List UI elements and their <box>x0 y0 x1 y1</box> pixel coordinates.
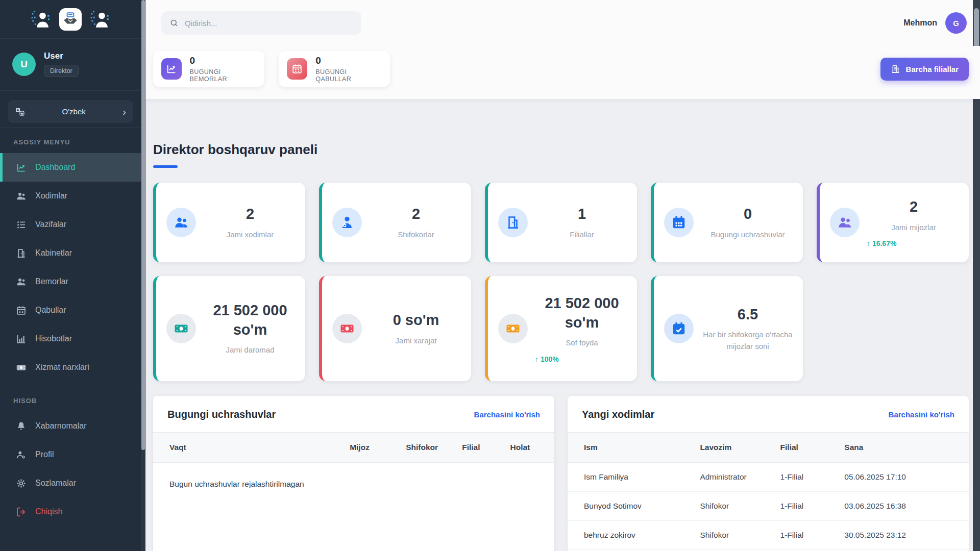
sidebar-section-title: ASOSIY MENYU <box>0 127 141 153</box>
stats-band: 0BUGUNGI BEMORLAR0BUGUNGI QABULLAR Barch… <box>145 46 980 99</box>
kpi-icon-wrap <box>498 208 528 237</box>
sidebar-item-hisobotlar[interactable]: Hisobotlar <box>0 324 141 353</box>
sidebar-item-label: Vazifalar <box>35 220 66 229</box>
sidebar-item-sozlamalar[interactable]: Sozlamalar <box>0 469 141 497</box>
search-input[interactable] <box>185 19 353 28</box>
language-selector[interactable]: A★ O'zbek › <box>8 100 133 123</box>
sidebar-item-bemorlar[interactable]: Bemorlar <box>0 267 141 296</box>
sidebar-item-label: Xabarnomalar <box>35 421 87 431</box>
table-cell: Ism Familiya <box>568 463 700 492</box>
kpi-trend: ↑ 16.67% <box>867 239 961 247</box>
stat-chip: 0BUGUNGI BEMORLAR <box>153 51 264 87</box>
column-header: Vaqt <box>153 433 350 463</box>
clinic-person-logo-icon <box>89 8 111 31</box>
sidebar-item-xizmat-narxlari[interactable]: Xizmat narxlari <box>0 353 141 382</box>
kpi-value: 0 so'm <box>369 311 463 330</box>
kpi-icon-wrap <box>830 208 860 237</box>
main-content: Mehmon G 0BUGUNGI BEMORLAR0BUGUNGI QABUL… <box>145 0 980 551</box>
sidebar-item-label: Xodimlar <box>35 191 67 201</box>
sidebar-item-qabullar[interactable]: Qabullar <box>0 296 141 324</box>
kpi-label: Bugungi uchrashuvlar <box>701 229 795 241</box>
user-role-badge: Direktor <box>44 65 79 77</box>
sidebar-item-xodimlar[interactable]: Xodimlar <box>0 182 141 210</box>
stat-chip-label: BUGUNGI QABULLAR <box>315 68 382 83</box>
search-box[interactable] <box>161 11 361 35</box>
sidebar-item-label: Qabullar <box>35 306 66 315</box>
sidebar-item-kabinetlar[interactable]: Kabinetlar <box>0 239 141 267</box>
handshake-logo-icon <box>59 8 82 31</box>
kpi-icon-wrap <box>664 314 694 343</box>
table-row: Bunyod SotimovShifokor1-Filial03.06.2025… <box>568 492 969 521</box>
kpi-card-bugungi-uchrashuvlar: 0Bugungi uchrashuvlar <box>651 183 803 262</box>
calendar-check-icon <box>671 321 687 336</box>
kpi-card-filiallar: 1Filiallar <box>485 183 637 262</box>
kpi-label: Jami xodimlar <box>203 229 297 241</box>
column-header: Shifokor <box>406 433 462 463</box>
kpi-icon-wrap <box>166 208 196 237</box>
kpi-value: 0 <box>701 205 795 224</box>
stat-chip-value: 0 <box>315 55 382 66</box>
svg-text:★: ★ <box>20 111 23 115</box>
money-icon <box>505 321 521 336</box>
all-branches-label: Barcha filiallar <box>906 65 959 73</box>
column-header: Lavozim <box>700 433 780 463</box>
column-header: Filial <box>462 433 510 463</box>
user-avatar: U <box>12 53 36 76</box>
kpi-row-1: 2Jami xodimlar2Shifokorlar1Filiallar0Bug… <box>153 183 969 262</box>
sidebar-item-xabarnomalar[interactable]: Xabarnomalar <box>0 412 141 440</box>
sidebar-item-label: Profil <box>35 450 54 459</box>
sidebar-item-label: Bemorlar <box>35 277 68 286</box>
stat-chip-icon-wrap <box>161 58 182 80</box>
employees-panel: Yangi xodimlar Barchasini ko'rish IsmLav… <box>568 396 969 551</box>
table-cell: behruz zokirov <box>568 521 700 550</box>
all-branches-button[interactable]: Barcha filiallar <box>880 58 969 81</box>
kpi-trend: ↑ 100% <box>535 355 629 363</box>
table-cell: 1-Filial <box>780 521 845 550</box>
table-cell: Shifokor <box>700 492 780 521</box>
appointments-header-row: VaqtMijozShifokorFilialHolat <box>153 433 554 463</box>
kpi-value: 21 502 000 so'm <box>535 294 629 332</box>
kpi-card-jami-xodimlar: 2Jami xodimlar <box>153 183 305 262</box>
kpi-label: Shifokorlar <box>369 229 463 241</box>
kpi-label: Jami mijozlar <box>867 222 961 234</box>
money-icon <box>174 321 189 336</box>
sidebar-scrollbar[interactable] <box>141 0 145 551</box>
sidebar: U User Direktor A★ O'zbek › ASOSIY MENYU… <box>0 0 141 551</box>
kpi-card-jami-mijozlar: 2Jami mijozlar↑ 16.67% <box>817 183 969 262</box>
door-icon <box>505 215 521 230</box>
kpi-label: Har bir shifokorga o'rtacha mijozlar son… <box>701 329 795 352</box>
sidebar-item-label: Hisobotlar <box>35 334 72 343</box>
kpi-icon-wrap <box>332 314 362 343</box>
kpi-value: 1 <box>535 205 629 224</box>
table-cell: Shifokor <box>700 521 780 550</box>
kpi-icon-wrap <box>332 208 362 237</box>
sidebar-item-label: Kabinetlar <box>35 248 72 258</box>
topbar-user-area: Mehmon G <box>903 12 967 34</box>
employees-view-all-link[interactable]: Barchasini ko'rish <box>889 410 954 419</box>
sidebar-item-profil[interactable]: Profil <box>0 440 141 469</box>
sidebar-scrollbar-thumb[interactable] <box>141 0 145 450</box>
appointments-view-all-link[interactable]: Barchasini ko'rish <box>474 410 540 419</box>
table-cell: 30.05.2025 23:12 <box>844 521 969 550</box>
kpi-value: 21 502 000 so'm <box>203 301 297 339</box>
employees-panel-head: Yangi xodimlar Barchasini ko'rish <box>568 396 969 433</box>
sidebar-item-dashboard[interactable]: Dashboard <box>0 153 141 182</box>
stat-chip-value: 0 <box>190 55 256 66</box>
sidebar-item-vazifalar[interactable]: Vazifalar <box>0 210 141 239</box>
money-icon <box>16 362 27 373</box>
sidebar-item-label: Xizmat narxlari <box>35 363 89 372</box>
calendar-solid-icon <box>671 215 687 230</box>
tasks-icon <box>16 219 27 230</box>
column-header: Filial <box>780 433 845 463</box>
kpi-icon-wrap <box>498 314 528 343</box>
table-row: behruz zokirovShifokor1-Filial30.05.2025… <box>568 521 969 550</box>
calendar-icon <box>291 63 303 74</box>
chart-line-icon <box>16 162 27 173</box>
building-icon <box>891 64 900 74</box>
kpi-label: Jami daromad <box>203 344 297 356</box>
column-header: Sana <box>844 433 969 463</box>
guest-avatar[interactable]: G <box>945 12 967 34</box>
sidebar-item-chiqish[interactable]: Chiqish <box>0 497 141 526</box>
user-gear-icon <box>16 449 27 460</box>
sidebar-section-title: HISOB <box>0 386 141 412</box>
